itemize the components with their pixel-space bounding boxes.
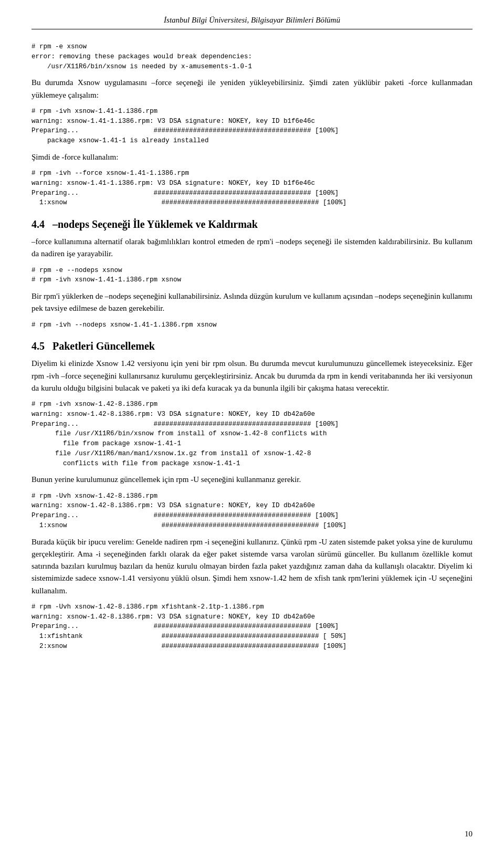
section-4-5-text-1: Diyelim ki elinizde Xsnow 1.42 versiyonu… xyxy=(32,358,472,394)
section-4-5-code-2: # rpm -Uvh xsnow-1.42-8.i386.rpm warning… xyxy=(32,491,472,531)
page-header: İstanbul Bilgi Üniversitesi, Bilgisayar … xyxy=(32,16,472,29)
intro-code-1: # rpm -e xsnow error: removing these pac… xyxy=(32,42,472,71)
page-number: 10 xyxy=(465,830,472,838)
section-4-5-code-1: # rpm -ivh xsnow-1.42-8.i386.rpm warning… xyxy=(32,400,472,468)
intro-code-3: # rpm -ivh --force xsnow-1.41-1.i386.rpm… xyxy=(32,169,472,208)
section-4-4-title: –nodeps Seçeneği İle Yüklemek ve Kaldırm… xyxy=(52,218,258,230)
section-4-4-heading: 4.4 –nodeps Seçeneği İle Yüklemek ve Kal… xyxy=(32,218,472,230)
section-4-5-title: Paketleri Güncellemek xyxy=(52,340,155,352)
page: İstanbul Bilgi Üniversitesi, Bilgisayar … xyxy=(0,0,504,849)
section-4-5-number: 4.5 xyxy=(32,340,45,352)
intro-code-2: # rpm -ivh xsnow-1.41-1.i386.rpm warning… xyxy=(32,107,472,146)
section-4-5-heading: 4.5 Paketleri Güncellemek xyxy=(32,340,472,352)
header-title: İstanbul Bilgi Üniversitesi, Bilgisayar … xyxy=(164,16,340,24)
section-4-4-text-1: –force kullanımına alternatif olarak bağ… xyxy=(32,236,472,260)
section-4-4-number: 4.4 xyxy=(32,218,45,230)
section-4-5-text-2: Bunun yerine kurulumunuz güncellemek içi… xyxy=(32,474,472,486)
section-4-5-text-3: Burada küçük bir ipucu verelim: Genelde … xyxy=(32,536,472,597)
intro-text-1: Bu durumda Xsnow uygulamasını –force seç… xyxy=(32,77,472,101)
section-4-4-code-1: # rpm -e --nodeps xsnow # rpm -ivh xsnow… xyxy=(32,266,472,286)
section-4-5-code-3: # rpm -Uvh xsnow-1.42-8.i386.rpm xfishta… xyxy=(32,602,472,652)
section-4-4-text-2: Bir rpm'i yüklerken de –nodeps seçeneğin… xyxy=(32,290,472,315)
section-4-4-code-2: # rpm -ivh --nodeps xsnow-1.41-1.i386.rp… xyxy=(32,320,472,330)
intro-text-2: Şimdi de -force kullanalım: xyxy=(32,151,472,163)
